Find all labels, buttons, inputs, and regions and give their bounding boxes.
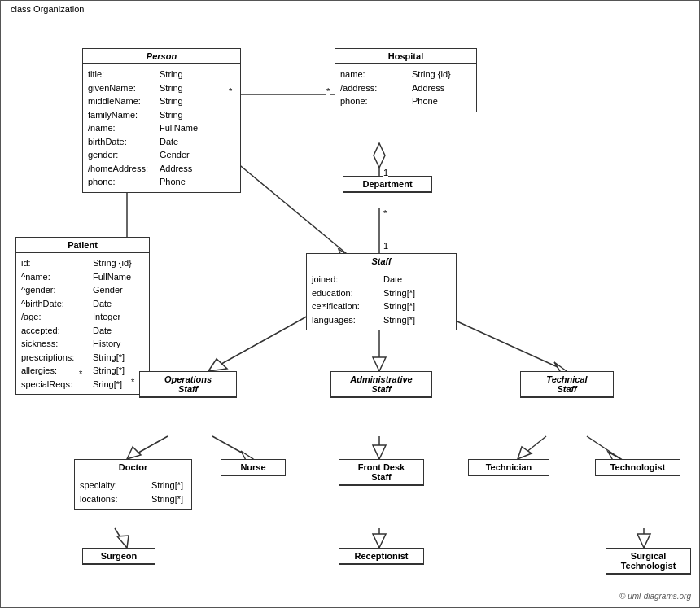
svg-marker-22 [518,447,532,459]
class-person-attrs: title:String givenName:String middleName… [83,64,240,192]
mult-patient-star: * [79,369,82,378]
mult-ops-star: * [131,377,134,387]
copyright: © uml-diagrams.org [619,592,691,601]
class-technician-title: Technician [469,460,549,475]
mult-hospital-dept: 1 [383,168,388,177]
class-receptionist: Receptionist [339,548,424,565]
class-department: Department [343,176,432,193]
class-doctor-title: Doctor [75,460,191,475]
mult-hospital-left: * [326,86,330,96]
svg-line-21 [518,436,546,459]
class-operations-staff-title: OperationsStaff [140,372,236,397]
svg-marker-2 [374,143,385,168]
class-surgeon: Surgeon [82,548,155,565]
svg-marker-30 [637,534,650,548]
class-hospital-attrs: name:String {id} /address:Address phone:… [335,64,476,112]
class-patient-title: Patient [16,238,149,253]
class-hospital: Hospital name:String {id} /address:Addre… [335,48,477,112]
svg-line-15 [127,436,168,459]
svg-marker-16 [127,447,141,459]
mult-staff-star: * [322,302,326,312]
class-operations-staff: OperationsStaff [139,371,237,398]
svg-marker-20 [373,445,386,459]
class-surgical-technologist-title: SurgicalTechnologist [606,549,690,574]
mult-dept-staff: 1 [383,241,388,251]
class-patient-attrs: id:String {id} ^name:FullName ^gender:Ge… [16,253,149,394]
class-patient: Patient id:String {id} ^name:FullName ^g… [15,237,150,395]
class-doctor-attrs: specialty:String[*] locations:String[*] [75,475,191,509]
class-person-title: Person [83,49,240,64]
uml-diagram: class Organization [0,0,700,608]
svg-line-17 [212,436,253,459]
mult-dept-star: * [383,208,387,218]
class-technical-staff: TechnicalStaff [520,371,614,398]
class-technician: Technician [468,459,549,476]
svg-marker-26 [117,536,129,548]
class-surgeon-title: Surgeon [83,549,155,564]
class-staff-attrs: joined:Date education:String[*] certific… [307,269,456,330]
class-administrative-staff: AdministrativeStaff [330,371,432,398]
class-technical-staff-title: TechnicalStaff [521,372,613,397]
diagram-title: class Organization [7,4,88,14]
class-nurse-title: Nurse [221,460,285,475]
class-administrative-staff-title: AdministrativeStaff [331,372,431,397]
svg-marker-28 [373,534,386,548]
class-doctor: Doctor specialty:String[*] locations:Str… [74,459,192,510]
mult-person-hospital: * [229,86,232,96]
class-department-title: Department [343,177,431,192]
class-technologist: Technologist [595,459,680,476]
svg-marker-12 [373,357,386,371]
class-front-desk-staff: Front DeskStaff [339,459,424,486]
class-surgical-technologist: SurgicalTechnologist [606,548,691,575]
class-nurse: Nurse [221,459,286,476]
class-staff: Staff joined:Date education:String[*] ce… [306,253,457,330]
svg-line-25 [115,528,127,548]
class-person: Person title:String givenName:String mid… [82,48,241,193]
class-technologist-title: Technologist [596,460,680,475]
svg-line-9 [208,310,318,371]
class-front-desk-staff-title: Front DeskStaff [339,460,423,485]
svg-marker-10 [208,359,227,371]
svg-line-23 [587,436,621,459]
class-staff-title: Staff [307,254,456,269]
class-receptionist-title: Receptionist [339,549,423,564]
class-hospital-title: Hospital [335,49,476,64]
